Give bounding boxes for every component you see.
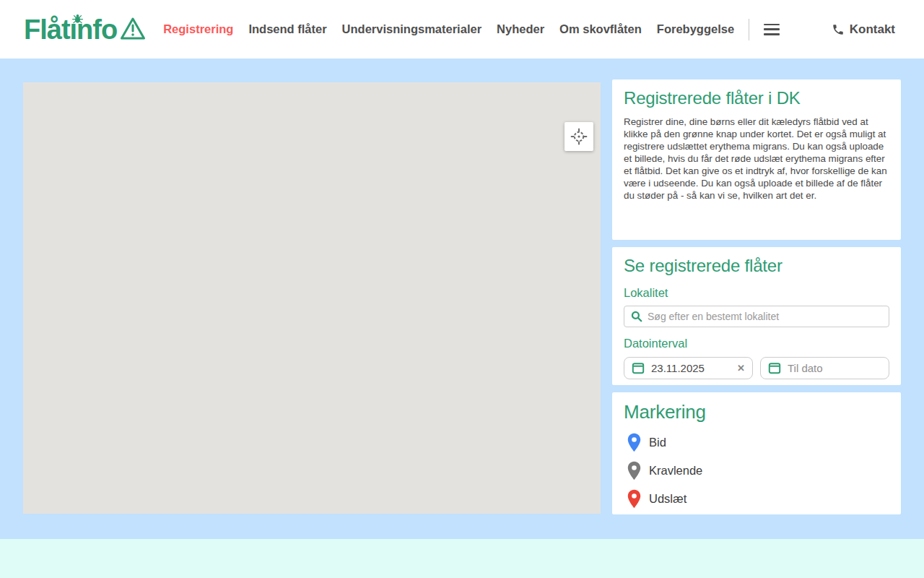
locality-search-input[interactable] [648,311,882,322]
sidebar: Registrerede flåter i DK Registrer dine,… [612,79,901,514]
legend-label: Kravlende [649,464,702,478]
nav-item-om-skovflaten[interactable]: Om skovflåten [559,22,642,36]
panel-see-registered: Se registrerede flåter Lokalitet Datoint… [612,247,901,385]
header-divider [749,19,749,40]
logo-text: Flåtinfo [24,16,117,43]
main-nav: Registrering Indsend flåter Undervisning… [163,22,734,36]
map-pin-gray-icon [627,461,641,480]
panel-registered-body: Registrer dine, dine børns eller dit kæl… [624,116,889,202]
legend-item-kravlende: Kravlende [624,461,889,480]
nav-item-nyheder[interactable]: Nyheder [497,22,544,36]
contact-label: Kontakt [850,22,895,37]
legend-label: Udslæt [649,492,687,506]
nav-item-forebyggelse[interactable]: Forebyggelse [657,22,734,36]
crosshair-icon [570,128,588,145]
locality-search-box[interactable] [624,306,889,327]
header: Flåtinfo Registrering Indsend flåter [0,0,924,59]
date-interval-row: ✕ [624,357,889,379]
locality-label: Lokalitet [624,286,889,300]
logo[interactable]: Flåtinfo [24,15,146,43]
nav-item-indsend-flater[interactable]: Indsend flåter [248,22,326,36]
panel-legend: Markering Bid Kravlende Udslæt [612,392,901,514]
nav-item-registrering[interactable]: Registrering [163,22,233,36]
search-icon [631,311,642,322]
date-to-input[interactable] [788,362,881,374]
date-interval-label: Datointerval [624,337,889,350]
phone-icon [832,23,845,36]
legend-item-bid: Bid [624,433,889,452]
date-from-input[interactable] [651,362,728,374]
footer-section [0,539,924,578]
legend-label: Bid [649,436,666,449]
date-to-box[interactable] [760,357,889,379]
clear-date-icon[interactable]: ✕ [734,363,745,373]
legend-item-udslaet: Udslæt [624,489,889,509]
map-canvas[interactable] [23,82,601,514]
menu-icon[interactable] [764,24,780,35]
panel-registered-title: Registrerede flåter i DK [624,88,889,109]
contact-link[interactable]: Kontakt [832,22,895,37]
locate-me-button[interactable] [565,122,593,151]
legend-title: Markering [624,401,889,423]
map-pin-red-icon [627,489,641,509]
main-content: Registrerede flåter i DK Registrer dine,… [0,59,924,514]
date-from-box[interactable]: ✕ [624,357,753,379]
nav-item-undervisningsmaterialer[interactable]: Undervisningsmaterialer [342,22,482,36]
calendar-icon [632,361,645,374]
panel-filter-title: Se registrerede flåter [624,256,889,277]
warning-triangle-icon [120,17,146,43]
tick-bug-icon [71,13,83,24]
map-pin-blue-icon [627,433,641,452]
calendar-icon [768,361,781,374]
panel-registered-ticks: Registrerede flåter i DK Registrer dine,… [612,79,901,240]
